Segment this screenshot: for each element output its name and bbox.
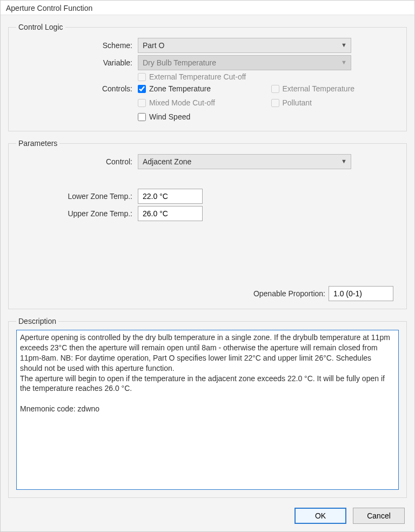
checkbox-pollutant: Pollutant (271, 98, 399, 107)
label-scheme: Scheme: (16, 41, 138, 50)
label-upper-zone-temp: Upper Zone Temp.: (16, 209, 138, 218)
cancel-button[interactable]: Cancel (353, 508, 405, 524)
label-variable: Variable: (16, 58, 138, 67)
lower-zone-temp-input[interactable] (138, 189, 203, 204)
checkbox-zone-temperature[interactable]: Zone Temperature (138, 84, 266, 93)
group-description: Description (8, 317, 407, 498)
upper-zone-temp-input[interactable] (138, 206, 203, 221)
variable-select-disabled: Dry Bulb Temperature (138, 55, 351, 70)
window-title: Aperture Control Function (1, 1, 414, 15)
checkbox-wind-speed[interactable]: Wind Speed (138, 112, 399, 121)
openable-proportion-input[interactable] (329, 286, 393, 301)
ok-button[interactable]: OK (294, 508, 346, 524)
label-controls: Controls: (16, 83, 138, 93)
scheme-select[interactable]: Part O (138, 38, 351, 53)
checkbox-external-temperature: External Temperature (271, 84, 399, 93)
group-control-logic: Control Logic Scheme: Part O ▼ Variable: (8, 23, 407, 131)
label-lower-zone-temp: Lower Zone Temp.: (16, 192, 138, 201)
description-textarea[interactable] (16, 330, 399, 490)
label-openable-proportion: Openable Proportion: (253, 289, 325, 298)
group-parameters: Parameters Control: Adjacent Zone ▼ Lowe… (8, 139, 407, 309)
legend-parameters: Parameters (16, 139, 59, 148)
control-select[interactable]: Adjacent Zone (138, 154, 351, 169)
label-control: Control: (16, 157, 138, 166)
dialog-window: Aperture Control Function Control Logic … (0, 0, 415, 532)
checkbox-mixed-mode-cutoff: Mixed Mode Cut-off (138, 98, 266, 107)
dialog-content: Control Logic Scheme: Part O ▼ Variable: (1, 15, 414, 531)
legend-description: Description (16, 317, 58, 325)
checkbox-ext-temp-cutoff: External Temperature Cut-off (138, 72, 246, 81)
legend-control-logic: Control Logic (16, 23, 65, 31)
